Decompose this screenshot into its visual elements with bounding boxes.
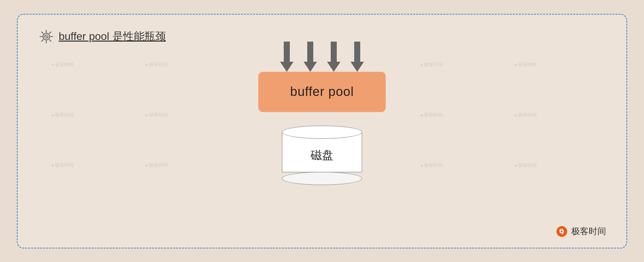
disk-bottom-ellipse	[282, 172, 362, 185]
arrow-3	[327, 42, 340, 72]
disk-label: 磁盘	[311, 148, 333, 163]
disk-top-ellipse	[282, 125, 362, 139]
svg-text:Q: Q	[559, 228, 564, 234]
arrow-4	[351, 42, 364, 72]
watermark: ●极客时间	[145, 162, 168, 168]
svg-line-6	[42, 32, 43, 34]
watermark: ●极客时间	[51, 62, 74, 68]
main-diagram-container: ●极客时间 ●极客时间 ●极客时间 ●极客时间 ●极客时间 ●极客时间 ●极客时…	[17, 14, 627, 249]
watermark: ●极客时间	[420, 112, 443, 118]
brand-icon: Q	[556, 225, 568, 238]
watermark: ●极客时间	[420, 62, 443, 68]
watermark: ●极客时间	[514, 162, 537, 168]
arrow-2	[304, 42, 317, 72]
watermark: ●极客时间	[51, 162, 74, 168]
buffer-pool-box: buffer pool	[258, 72, 386, 112]
diagram-area: buffer pool 磁盘	[258, 42, 386, 185]
svg-line-7	[50, 40, 51, 41]
watermark: ●极客时间	[145, 62, 168, 68]
watermark: ●极客时间	[145, 112, 168, 118]
title-area: buffer pool 是性能瓶颈	[38, 28, 166, 45]
brand-area: Q 极客时间	[556, 225, 606, 238]
brand-name: 极客时间	[571, 225, 606, 237]
watermark: ●极客时间	[420, 162, 443, 168]
svg-line-9	[42, 40, 43, 41]
gear-bulb-icon	[38, 28, 55, 45]
arrows-row	[280, 42, 364, 72]
watermark: ●极客时间	[514, 112, 537, 118]
disk-diagram: 磁盘	[282, 125, 362, 185]
svg-line-8	[50, 32, 51, 34]
page-title: buffer pool 是性能瓶颈	[59, 29, 166, 44]
arrow-1	[280, 42, 293, 72]
buffer-pool-label: buffer pool	[290, 85, 354, 99]
watermark: ●极客时间	[514, 62, 537, 68]
watermark: ●极客时间	[51, 112, 74, 118]
